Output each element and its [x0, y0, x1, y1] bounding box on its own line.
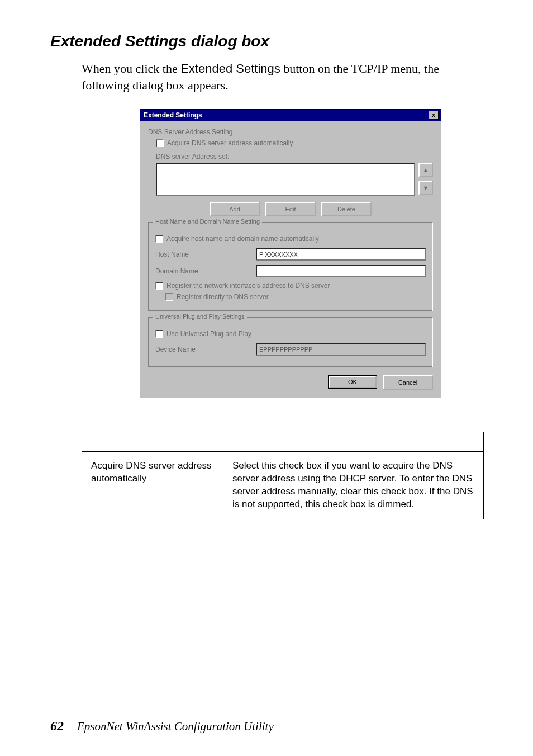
- dns-address-listbox[interactable]: [156, 163, 415, 196]
- add-button[interactable]: Add: [210, 202, 260, 216]
- extended-settings-dialog: Extended Settings x DNS Server Address S…: [140, 109, 441, 398]
- edit-button[interactable]: Edit: [265, 202, 316, 216]
- register-dns-checkbox-row[interactable]: Register the network interface's address…: [155, 282, 426, 290]
- table-row: Acquire DNS server address automatically…: [82, 452, 484, 519]
- device-name-input: EPPPPPPPPPPPP: [256, 343, 426, 356]
- register-direct-label: Register directly to DNS server: [177, 293, 269, 301]
- register-dns-label: Register the network interface's address…: [166, 282, 330, 290]
- acquire-hostname-label: Acquire host name and domain name automa…: [166, 235, 319, 243]
- checkbox-icon[interactable]: [155, 330, 163, 338]
- ok-button[interactable]: OK: [328, 375, 377, 389]
- move-up-button[interactable]: ▲: [418, 163, 433, 177]
- setting-desc-cell: Select this check box if you want to acq…: [223, 452, 484, 519]
- acquire-hostname-checkbox-row[interactable]: Acquire host name and domain name automa…: [155, 235, 426, 243]
- use-upnp-checkbox-row[interactable]: Use Universal Plug and Play: [155, 330, 426, 338]
- acquire-dns-label: Acquire DNS server address automatically: [167, 139, 293, 147]
- dialog-title: Extended Settings: [144, 111, 202, 119]
- upnp-legend: Universal Plug and Play Settings: [153, 313, 247, 320]
- upnp-groupbox: Universal Plug and Play Settings Use Uni…: [148, 317, 433, 367]
- checkbox-icon: [165, 293, 173, 301]
- table-header: [82, 432, 223, 452]
- page-number: 62: [50, 719, 64, 734]
- device-name-label: Device Name: [155, 346, 256, 353]
- table-header: [223, 432, 484, 452]
- setting-name-cell: Acquire DNS server address automatically: [82, 452, 223, 519]
- cancel-button[interactable]: Cancel: [383, 375, 433, 390]
- ok-button-label: OK: [329, 376, 377, 388]
- dns-list-label: DNS server Address set:: [156, 153, 433, 160]
- host-name-input[interactable]: P XXXXXXXX: [256, 248, 426, 261]
- checkbox-icon[interactable]: [156, 139, 164, 147]
- checkbox-icon[interactable]: [155, 282, 163, 290]
- dialog-titlebar: Extended Settings x: [140, 110, 441, 121]
- close-icon[interactable]: x: [429, 111, 439, 120]
- intro-button-name: Extended Settings: [180, 62, 280, 75]
- move-down-button[interactable]: ▼: [418, 181, 433, 195]
- section-title: Extended Settings dialog box: [50, 32, 483, 50]
- footer-divider: [50, 711, 483, 711]
- host-name-label: Host Name: [155, 251, 256, 258]
- hostname-legend: Host Name and Domain Name Setting: [153, 218, 262, 225]
- description-table: Acquire DNS server address automatically…: [82, 432, 484, 519]
- register-direct-checkbox-row[interactable]: Register directly to DNS server: [165, 293, 426, 301]
- dns-heading: DNS Server Address Setting: [148, 128, 433, 136]
- use-upnp-label: Use Universal Plug and Play: [166, 330, 251, 338]
- intro-before: When you click the: [82, 62, 180, 75]
- footer-title: EpsonNet WinAssist Configuration Utility: [77, 720, 274, 734]
- checkbox-icon[interactable]: [155, 235, 163, 243]
- delete-button[interactable]: Delete: [321, 202, 372, 216]
- domain-name-input[interactable]: [256, 265, 426, 277]
- domain-name-label: Domain Name: [155, 267, 256, 275]
- intro-paragraph: When you click the Extended Settings but…: [82, 60, 456, 93]
- acquire-dns-checkbox-row[interactable]: Acquire DNS server address automatically: [156, 139, 433, 147]
- hostname-groupbox: Host Name and Domain Name Setting Acquir…: [148, 222, 433, 311]
